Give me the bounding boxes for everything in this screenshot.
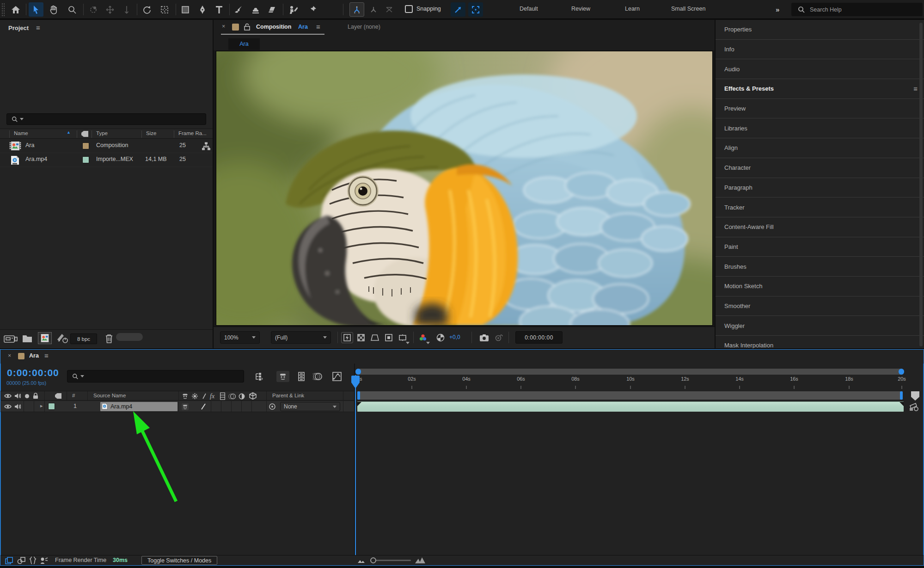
composition-tab-label[interactable]: Composition bbox=[256, 24, 291, 30]
type-tool[interactable] bbox=[212, 2, 226, 17]
fast-previews-button[interactable] bbox=[341, 332, 353, 343]
playhead-line[interactable] bbox=[355, 375, 356, 556]
column-source-name[interactable]: Source Name bbox=[93, 393, 126, 398]
layer-eye-icon[interactable] bbox=[4, 404, 12, 409]
playhead-handle[interactable] bbox=[351, 375, 360, 389]
shy-toggle-icon[interactable] bbox=[276, 371, 289, 382]
column-frame-rate[interactable]: Frame Ra... bbox=[178, 130, 207, 136]
local-axis-mode-button[interactable] bbox=[349, 2, 364, 17]
project-panel-menu-icon[interactable]: ≡ bbox=[36, 24, 40, 31]
pen-tool[interactable] bbox=[195, 2, 210, 17]
column-parent-link[interactable]: Parent & Link bbox=[272, 393, 304, 398]
snapshot-button[interactable] bbox=[478, 332, 490, 343]
composition-mini-flowchart-icon[interactable] bbox=[252, 371, 265, 382]
toolbar-drag-handle[interactable] bbox=[1, 3, 5, 16]
column-number[interactable]: # bbox=[72, 393, 75, 398]
transparency-grid-button[interactable] bbox=[355, 332, 367, 343]
effects-column-icon[interactable]: fx bbox=[209, 392, 218, 400]
current-timecode[interactable]: 0:00:00:00 bbox=[7, 367, 59, 378]
pan-camera-tool[interactable] bbox=[103, 2, 117, 17]
label-column-icon[interactable] bbox=[81, 130, 89, 137]
panel-item-tracker[interactable]: Tracker bbox=[716, 198, 924, 217]
label-color-swatch[interactable] bbox=[82, 142, 89, 149]
table-row-footage[interactable]: Ara.mp4 Importe...MEX 14,1 MB 25 bbox=[0, 153, 213, 167]
help-search-input[interactable] bbox=[810, 6, 902, 13]
column-name[interactable]: Name bbox=[14, 130, 28, 136]
panel-item-motion-sketch[interactable]: Motion Sketch bbox=[716, 277, 924, 296]
render-engine-icon[interactable] bbox=[56, 333, 68, 344]
workspace-tab-learn[interactable]: Learn bbox=[625, 6, 640, 12]
used-in-comp-icon[interactable] bbox=[202, 142, 211, 150]
region-of-interest-button[interactable] bbox=[369, 332, 381, 343]
panel-item-wiggler[interactable]: Wiggler bbox=[716, 316, 924, 336]
panel-item-align[interactable]: Align bbox=[716, 138, 924, 158]
close-icon[interactable]: × bbox=[8, 352, 11, 359]
column-type[interactable]: Type bbox=[96, 130, 108, 136]
column-size[interactable]: Size bbox=[146, 130, 156, 136]
composition-tab-name[interactable]: Ara bbox=[298, 24, 308, 30]
timeline-zoom-knob[interactable] bbox=[370, 557, 376, 563]
collapse-transformations-icon[interactable] bbox=[191, 393, 198, 400]
view-axis-mode-button[interactable] bbox=[382, 2, 397, 17]
exposure-value[interactable]: +0,0 bbox=[449, 334, 460, 340]
zoom-in-mountains-icon[interactable] bbox=[415, 557, 426, 564]
comp-button-icon[interactable] bbox=[909, 402, 920, 412]
expand-layer-chevron[interactable]: ▸ bbox=[40, 403, 43, 409]
label-color-swatch[interactable] bbox=[82, 156, 89, 163]
vertical-scrollbar[interactable] bbox=[919, 23, 923, 346]
graph-editor-icon[interactable] bbox=[330, 371, 343, 382]
panel-item-info[interactable]: Info bbox=[716, 40, 924, 60]
timeline-search-input[interactable] bbox=[84, 373, 237, 380]
shy-column-icon[interactable] bbox=[182, 393, 189, 400]
layer-duration-bar[interactable] bbox=[357, 401, 904, 412]
frame-blend-icon[interactable] bbox=[295, 371, 308, 382]
selection-tool[interactable] bbox=[29, 2, 43, 17]
workspace-tab-small-screen[interactable]: Small Screen bbox=[671, 6, 705, 12]
project-search-input[interactable] bbox=[24, 116, 199, 123]
delete-trash-icon[interactable] bbox=[104, 333, 114, 344]
parent-pick-whip-icon[interactable] bbox=[269, 403, 276, 410]
roto-brush-tool[interactable] bbox=[286, 2, 300, 17]
magnification-dropdown[interactable]: 100% bbox=[220, 331, 260, 344]
help-search-box[interactable] bbox=[791, 3, 923, 16]
world-axis-mode-button[interactable] bbox=[366, 2, 381, 17]
motion-blur-column-icon[interactable] bbox=[228, 393, 237, 400]
channel-select-button[interactable] bbox=[417, 332, 429, 343]
preview-timecode[interactable]: 0:00:00:00 bbox=[515, 331, 563, 344]
motion-blur-icon[interactable] bbox=[311, 371, 324, 382]
timeline-search-box[interactable] bbox=[67, 370, 244, 383]
clone-stamp-tool[interactable] bbox=[248, 2, 263, 17]
viewer-tab-ara[interactable]: Ara bbox=[228, 38, 260, 50]
search-options-chevron[interactable] bbox=[80, 375, 84, 377]
panel-item-preview[interactable]: Preview bbox=[716, 99, 924, 119]
home-icon[interactable] bbox=[8, 2, 23, 17]
layer-label-swatch[interactable] bbox=[48, 403, 55, 410]
work-area-start-handle[interactable] bbox=[357, 391, 360, 400]
frame-blend-column-icon[interactable] bbox=[220, 392, 226, 400]
panel-item-content-aware-fill[interactable]: Content-Aware Fill bbox=[716, 217, 924, 237]
layer-row-ara-mp4[interactable]: ▸ 1 Ara.mp4 None bbox=[0, 401, 354, 412]
panel-item-character[interactable]: Character bbox=[716, 158, 924, 178]
rectangle-tool[interactable] bbox=[178, 2, 193, 17]
panel-item-smoother[interactable]: Smoother bbox=[716, 296, 924, 316]
mask-visibility-button[interactable] bbox=[383, 332, 395, 343]
snap-along-edges-button[interactable] bbox=[451, 2, 465, 17]
panel-item-mask-interpolation[interactable]: Mask Interpolation bbox=[716, 336, 924, 348]
quality-column-icon[interactable] bbox=[201, 393, 208, 400]
bit-depth-button[interactable]: 8 bpc bbox=[70, 333, 97, 344]
table-row-composition[interactable]: Ara Composition 25 bbox=[0, 139, 213, 153]
layer-audio-icon[interactable] bbox=[14, 403, 21, 410]
unlock-icon[interactable] bbox=[244, 23, 250, 31]
workspace-tab-review[interactable]: Review bbox=[571, 6, 590, 12]
panel-item-brushes[interactable]: Brushes bbox=[716, 257, 924, 277]
workspace-overflow-chevron[interactable]: » bbox=[776, 6, 779, 13]
orbit-camera-tool[interactable] bbox=[86, 2, 101, 17]
show-snapshot-button[interactable] bbox=[493, 332, 505, 343]
effects-presets-menu-icon[interactable]: ≡ bbox=[913, 85, 918, 93]
expand-transfer-controls-icon[interactable] bbox=[17, 557, 25, 564]
exposure-reset-icon[interactable] bbox=[434, 332, 447, 343]
zoom-tool[interactable] bbox=[65, 2, 80, 17]
snap-to-features-button[interactable] bbox=[468, 2, 483, 17]
search-options-chevron[interactable] bbox=[20, 118, 24, 120]
snapping-checkbox[interactable] bbox=[405, 5, 413, 13]
